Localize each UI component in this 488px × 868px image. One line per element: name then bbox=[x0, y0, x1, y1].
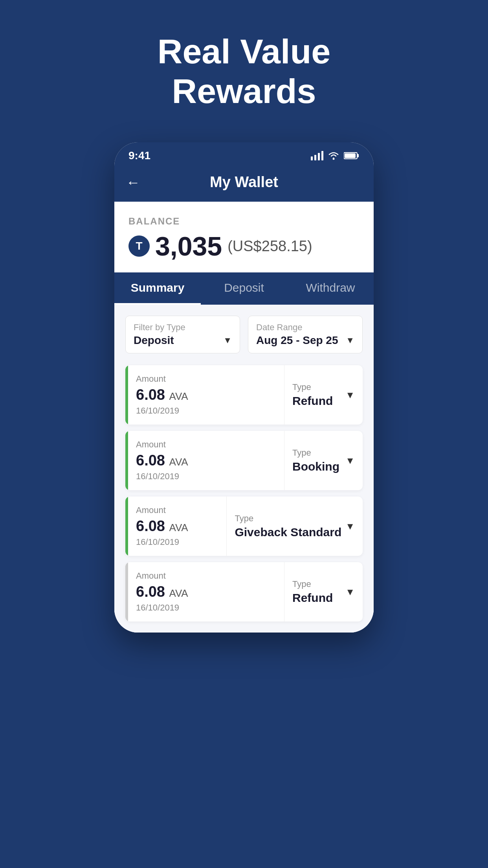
amount-value: 6.08 AVA bbox=[136, 583, 276, 600]
transaction-info: Amount 6.08 AVA 16/10/2019 bbox=[128, 431, 284, 490]
amount-label: Amount bbox=[136, 571, 276, 581]
page-title: My Wallet bbox=[210, 174, 278, 191]
wifi-icon bbox=[327, 151, 340, 160]
amount-unit: AVA bbox=[169, 587, 188, 599]
filter-section: Filter by Type Deposit ▼ Date Range Aug … bbox=[114, 305, 374, 361]
transaction-card[interactable]: Amount 6.08 AVA 16/10/2019 Type Refund ▼ bbox=[125, 365, 363, 425]
balance-usd: (US$258.15) bbox=[227, 238, 312, 255]
date-filter-value: Aug 25 - Sep 25 bbox=[256, 334, 338, 347]
type-chevron-icon: ▼ bbox=[345, 390, 355, 401]
transaction-card[interactable]: Amount 6.08 AVA 16/10/2019 Type Refund ▼ bbox=[125, 562, 363, 622]
type-filter-chevron-icon: ▼ bbox=[223, 335, 232, 346]
svg-rect-2 bbox=[318, 153, 320, 160]
transaction-type-section[interactable]: Type Giveback Standard ▼ bbox=[226, 497, 363, 556]
date-filter-chevron-icon: ▼ bbox=[346, 335, 354, 346]
tab-summary[interactable]: Summary bbox=[114, 272, 201, 305]
amount-label: Amount bbox=[136, 440, 276, 450]
amount-label: Amount bbox=[136, 505, 218, 515]
status-bar: 9:41 bbox=[114, 142, 374, 166]
battery-icon bbox=[344, 151, 360, 160]
svg-rect-6 bbox=[357, 154, 359, 157]
type-value: Refund bbox=[292, 591, 333, 605]
status-icons bbox=[311, 151, 360, 160]
svg-rect-3 bbox=[321, 151, 323, 160]
svg-rect-1 bbox=[314, 155, 316, 160]
amount-date: 16/10/2019 bbox=[136, 471, 276, 482]
type-content: Type Giveback Standard bbox=[235, 513, 341, 539]
date-filter-dropdown[interactable]: Date Range Aug 25 - Sep 25 ▼ bbox=[248, 316, 363, 353]
type-content: Type Refund bbox=[292, 579, 333, 605]
type-label: Type bbox=[292, 382, 333, 392]
amount-unit: AVA bbox=[169, 456, 188, 468]
type-value: Booking bbox=[292, 460, 339, 474]
token-icon: T bbox=[128, 235, 150, 257]
transaction-bar bbox=[125, 431, 128, 490]
balance-label: BALANCE bbox=[128, 216, 360, 227]
transaction-info: Amount 6.08 AVA 16/10/2019 bbox=[128, 497, 226, 556]
transaction-bar bbox=[125, 365, 128, 425]
tab-bar: Summary Deposit Withdraw bbox=[114, 272, 374, 305]
amount-date: 16/10/2019 bbox=[136, 537, 218, 547]
type-label: Type bbox=[235, 513, 341, 524]
date-filter-label: Date Range bbox=[256, 322, 354, 333]
amount-value: 6.08 AVA bbox=[136, 452, 276, 469]
transaction-card[interactable]: Amount 6.08 AVA 16/10/2019 Type Booking … bbox=[125, 431, 363, 490]
hero-title: Real Value Rewards bbox=[87, 31, 401, 111]
transaction-info: Amount 6.08 AVA 16/10/2019 bbox=[128, 365, 284, 425]
nav-bar: ← My Wallet bbox=[114, 166, 374, 202]
transaction-list: Amount 6.08 AVA 16/10/2019 Type Refund ▼… bbox=[114, 361, 374, 633]
svg-rect-7 bbox=[345, 153, 356, 158]
transaction-bar bbox=[125, 562, 128, 622]
type-value: Giveback Standard bbox=[235, 525, 341, 539]
signal-icon bbox=[311, 151, 323, 160]
type-label: Type bbox=[292, 579, 333, 589]
type-chevron-icon: ▼ bbox=[345, 587, 355, 598]
transaction-type-section[interactable]: Type Booking ▼ bbox=[284, 431, 363, 490]
transaction-type-section[interactable]: Type Refund ▼ bbox=[284, 365, 363, 425]
svg-point-4 bbox=[333, 158, 335, 160]
phone-frame: 9:41 ← My bbox=[114, 142, 374, 633]
tab-deposit[interactable]: Deposit bbox=[201, 272, 287, 305]
transaction-card[interactable]: Amount 6.08 AVA 16/10/2019 Type Giveback… bbox=[125, 497, 363, 556]
transaction-info: Amount 6.08 AVA 16/10/2019 bbox=[128, 562, 284, 622]
svg-rect-0 bbox=[311, 156, 313, 160]
type-filter-value-row: Deposit ▼ bbox=[134, 334, 232, 347]
type-chevron-icon: ▼ bbox=[345, 521, 355, 532]
back-button[interactable]: ← bbox=[126, 174, 140, 191]
type-filter-label: Filter by Type bbox=[134, 322, 232, 333]
date-filter-value-row: Aug 25 - Sep 25 ▼ bbox=[256, 334, 354, 347]
wallet-content: BALANCE T 3,035 (US$258.15) Summary Depo… bbox=[114, 202, 374, 633]
amount-label: Amount bbox=[136, 374, 276, 384]
tab-withdraw[interactable]: Withdraw bbox=[287, 272, 374, 305]
type-content: Type Booking bbox=[292, 448, 339, 474]
type-filter-dropdown[interactable]: Filter by Type Deposit ▼ bbox=[125, 316, 240, 353]
amount-value: 6.08 AVA bbox=[136, 386, 276, 403]
type-value: Refund bbox=[292, 394, 333, 408]
type-label: Type bbox=[292, 448, 339, 458]
balance-row: T 3,035 (US$258.15) bbox=[128, 231, 360, 261]
balance-amount: 3,035 bbox=[155, 231, 222, 261]
amount-date: 16/10/2019 bbox=[136, 406, 276, 416]
amount-date: 16/10/2019 bbox=[136, 603, 276, 613]
amount-unit: AVA bbox=[169, 522, 188, 533]
amount-value: 6.08 AVA bbox=[136, 518, 218, 535]
type-chevron-icon: ▼ bbox=[345, 455, 355, 466]
amount-unit: AVA bbox=[169, 390, 188, 402]
status-time: 9:41 bbox=[128, 149, 150, 162]
type-content: Type Refund bbox=[292, 382, 333, 408]
balance-section: BALANCE T 3,035 (US$258.15) bbox=[114, 202, 374, 272]
transaction-bar bbox=[125, 497, 128, 556]
transaction-type-section[interactable]: Type Refund ▼ bbox=[284, 562, 363, 622]
type-filter-value: Deposit bbox=[134, 334, 174, 347]
